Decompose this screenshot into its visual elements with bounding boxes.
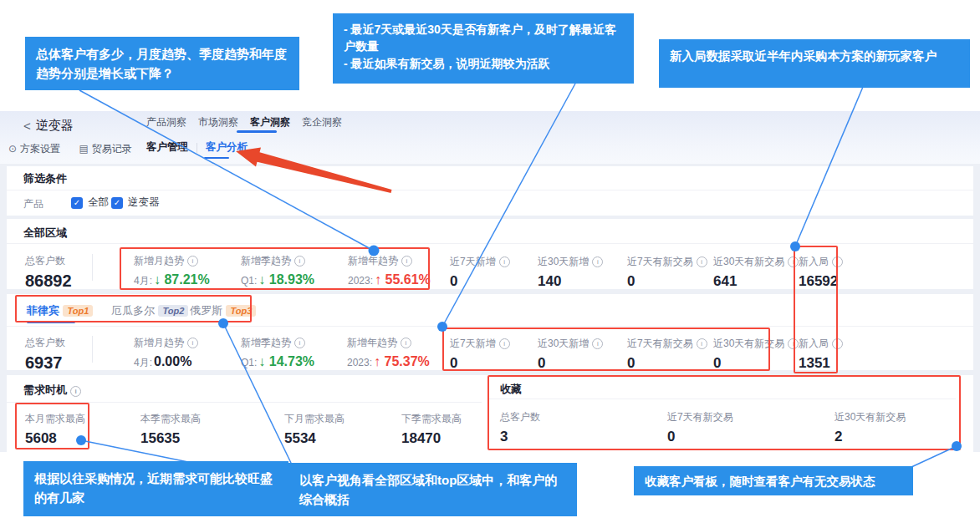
stat-label: 下季需求最高 bbox=[401, 412, 462, 426]
plan-settings-button[interactable]: ⊙ 方案设置 bbox=[8, 142, 60, 156]
filter-field-label: 产品 bbox=[23, 197, 43, 211]
stat-demand-next-month: 下月需求最高 5534 bbox=[284, 410, 345, 447]
arrow-down-icon: ↓ bbox=[258, 272, 265, 287]
info-icon[interactable] bbox=[187, 338, 198, 348]
info-icon[interactable] bbox=[294, 256, 305, 267]
tab-competitor-insight[interactable]: 竞企洞察 bbox=[302, 115, 342, 129]
checkbox-all[interactable]: 全部 bbox=[71, 195, 109, 210]
annotation-text: 根据以往采购情况，近期需求可能比较旺盛的有几家 bbox=[34, 469, 278, 508]
region-tab-label: 菲律宾 bbox=[27, 304, 59, 317]
stat-value: 0 bbox=[627, 355, 707, 372]
stat-demand-this-month: 本月需求最高 5608 bbox=[25, 410, 85, 447]
info-icon[interactable] bbox=[187, 256, 198, 267]
tab-customer-insight[interactable]: 客户洞察 bbox=[250, 115, 290, 129]
info-icon[interactable] bbox=[832, 256, 843, 267]
stat-fav-trade-7d: 近7天有新交易 0 bbox=[667, 409, 733, 445]
info-icon[interactable] bbox=[499, 338, 510, 349]
stat-total-customers: 总客户数 6937 bbox=[25, 334, 65, 373]
stat-new-30d: 近30天新增 0 bbox=[538, 335, 603, 372]
demand-title: 需求时机 bbox=[23, 383, 81, 398]
trend-prefix: 4月: bbox=[134, 357, 152, 368]
tab-market-insight[interactable]: 市场洞察 bbox=[198, 115, 238, 129]
page: < 逆变器 ⊙ 方案设置 ▤ 贸易记录 产品洞察 市场洞察 客户洞察 竞企洞察 … bbox=[0, 0, 980, 523]
stat-value: 140 bbox=[538, 273, 603, 290]
stat-fav-trade-30d: 近30天有新交易 2 bbox=[835, 409, 906, 445]
stat-label: 新增月趋势 bbox=[134, 336, 184, 350]
stat-label: 近7天有新交易 bbox=[627, 337, 693, 351]
stat-label: 下月需求最高 bbox=[284, 412, 345, 426]
arrow-up-icon: ↑ bbox=[375, 272, 381, 287]
stat-label: 新增年趋势 bbox=[348, 254, 398, 268]
top1-badge: Top1 bbox=[63, 305, 93, 317]
stat-value: 15635 bbox=[140, 430, 201, 447]
stat-value: 18470 bbox=[401, 430, 462, 447]
stat-value: 86892 bbox=[25, 272, 72, 291]
target-icon: ⊙ bbox=[8, 143, 17, 155]
stat-demand-next-quarter: 下季需求最高 18470 bbox=[401, 410, 462, 447]
stat-label: 新增年趋势 bbox=[347, 336, 397, 350]
trend-prefix: 4月: bbox=[134, 275, 152, 287]
checkbox-inverter-label: 逆变器 bbox=[128, 196, 160, 208]
stat-value: 0 bbox=[450, 355, 510, 372]
annotation-bottom-middle: 以客户视角看全部区域和top区域中，和客户的综合概括 bbox=[288, 463, 577, 516]
divider bbox=[489, 399, 956, 399]
stat-value: 6937 bbox=[25, 353, 65, 373]
trade-records-button[interactable]: ▤ 贸易记录 bbox=[79, 142, 132, 156]
stat-label: 新入局 bbox=[799, 255, 829, 269]
stat-label: 近7天有新交易 bbox=[667, 410, 733, 424]
divider bbox=[92, 254, 93, 281]
region-tab-russia[interactable]: 俄罗斯 Top3 bbox=[190, 302, 256, 318]
info-icon[interactable] bbox=[70, 386, 81, 397]
stat-value: 0 bbox=[450, 273, 510, 290]
trend-value: 0.00% bbox=[154, 354, 191, 368]
annotation-text: - 最近7天或最近30天是否有新客户，及时了解最近客户数量 bbox=[344, 21, 623, 55]
trend-prefix: Q1: bbox=[241, 275, 257, 287]
stat-value: 0 bbox=[538, 355, 603, 372]
info-icon[interactable] bbox=[788, 338, 799, 349]
tab-product-insight[interactable]: 产品洞察 bbox=[146, 115, 186, 129]
stat-yearly-trend: 新增年趋势 2023:↑ 75.37% bbox=[347, 334, 430, 369]
back-button[interactable]: < 逆变器 bbox=[23, 118, 74, 134]
stat-label: 新增月趋势 bbox=[134, 254, 184, 268]
stat-value: 16592 bbox=[799, 273, 843, 290]
page-title: 逆变器 bbox=[36, 118, 74, 134]
trend-value: ↓ 14.73% bbox=[258, 354, 314, 368]
info-icon[interactable] bbox=[697, 338, 707, 349]
subtab-customer-analysis[interactable]: 客户分析 bbox=[206, 140, 248, 155]
stat-new-entrants: 新入局 16592 bbox=[799, 253, 843, 290]
page-margin bbox=[973, 164, 980, 452]
subtab-customer-management[interactable]: 客户管理 bbox=[146, 140, 188, 155]
stat-label: 新增季趋势 bbox=[241, 254, 291, 268]
info-icon[interactable] bbox=[499, 256, 510, 267]
stat-value: 5534 bbox=[284, 430, 345, 447]
subtab-divider bbox=[197, 143, 197, 153]
stat-label: 近30天有新交易 bbox=[713, 255, 784, 269]
trend-value: ↑ 55.61% bbox=[375, 272, 431, 287]
stat-value: 0 bbox=[627, 273, 707, 290]
region-tab-philippines[interactable]: 菲律宾 Top1 bbox=[27, 302, 93, 318]
stat-label: 新入局 bbox=[799, 337, 829, 351]
info-icon[interactable] bbox=[697, 256, 707, 267]
stat-label: 近7天有新交易 bbox=[627, 255, 693, 269]
annotation-text: - 最近如果有新交易，说明近期较为活跃 bbox=[344, 55, 623, 72]
checkbox-inverter[interactable]: 逆变器 bbox=[111, 195, 160, 210]
info-icon[interactable] bbox=[788, 256, 799, 267]
stat-trade-7d: 近7天有新交易 0 bbox=[627, 335, 707, 372]
favorites-title: 收藏 bbox=[500, 382, 522, 397]
info-icon[interactable] bbox=[294, 338, 305, 348]
info-icon[interactable] bbox=[401, 338, 411, 348]
trend-value: ↓ 18.93% bbox=[258, 272, 314, 287]
info-icon[interactable] bbox=[832, 338, 843, 349]
region-tab-ecuador[interactable]: 厄瓜多尔 Top2 bbox=[111, 302, 188, 318]
stat-label: 近7天新增 bbox=[450, 337, 496, 351]
stat-new-7d: 近7天新增 0 bbox=[450, 253, 510, 290]
info-icon[interactable] bbox=[592, 256, 603, 267]
divider bbox=[7, 243, 973, 244]
info-icon[interactable] bbox=[401, 256, 412, 267]
top3-badge: Top3 bbox=[226, 305, 256, 317]
document-icon: ▤ bbox=[79, 143, 89, 155]
stat-value: 3 bbox=[500, 429, 540, 445]
info-icon[interactable] bbox=[592, 338, 603, 349]
sub-tabs: 客户管理 客户分析 bbox=[146, 140, 248, 155]
stat-label: 近30天有新交易 bbox=[713, 337, 784, 351]
